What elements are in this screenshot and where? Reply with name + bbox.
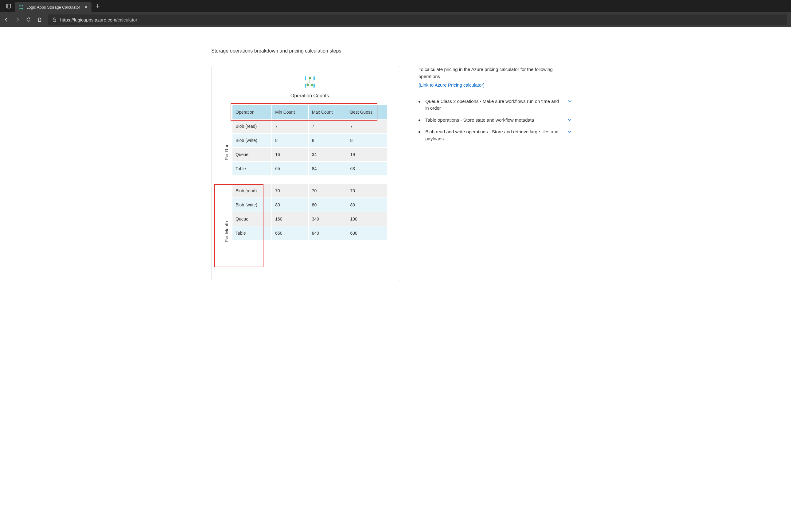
per-month-label: Per Month — [221, 192, 232, 271]
operation-counts-panel: Per Run Per Month — [211, 66, 400, 281]
browser-tab[interactable]: Logic Apps Storage Calculator — [15, 2, 92, 12]
svg-rect-5 — [309, 77, 311, 79]
url-host: https://logicapps.azure.com — [60, 17, 116, 22]
spacer — [232, 176, 387, 183]
url-bar[interactable]: https://logicapps.azure.com/calculator — [48, 15, 787, 25]
pricing-calculator-link[interactable]: (Link to Azure Pricing calculator) — [419, 82, 572, 89]
svg-rect-4 — [53, 19, 56, 22]
divider — [211, 36, 580, 36]
table-row: Blob (read)777 — [232, 119, 387, 133]
refresh-button[interactable] — [26, 17, 31, 22]
svg-rect-1 — [21, 5, 21, 6]
sidebar-item-text: Table operations - Store state and workf… — [425, 117, 563, 124]
chevron-down-icon[interactable] — [567, 98, 572, 103]
operation-counts-table: Operation Min Count Max Count Best Guess… — [232, 105, 387, 241]
table-row: Queue160340190 — [232, 212, 387, 226]
logic-apps-favicon-icon — [18, 5, 23, 10]
table-row: Blob (write)888 — [232, 134, 387, 147]
col-max: Max Count — [309, 106, 347, 119]
list-item: Queue Class 2 operations - Make sure wor… — [419, 96, 572, 114]
bullet-icon — [419, 131, 420, 133]
home-button[interactable] — [37, 17, 42, 22]
tab-close-icon[interactable] — [84, 5, 88, 9]
sidebar-intro: To calculate pricing in the Azure pricin… — [419, 66, 572, 80]
table-header-row: Operation Min Count Max Count Best Guess — [232, 106, 387, 119]
url-path: /calculator — [116, 17, 137, 22]
list-item: Blob read and write operations - Store a… — [419, 126, 572, 145]
address-bar-row: https://logicapps.azure.com/calculator — [0, 12, 791, 27]
info-sidebar: To calculate pricing in the Azure pricin… — [419, 66, 572, 145]
tab-actions-button[interactable] — [2, 0, 15, 12]
svg-rect-3 — [21, 8, 22, 9]
list-item: Table operations - Store state and workf… — [419, 114, 572, 126]
tab-strip: Logic Apps Storage Calculator — [0, 0, 791, 12]
col-best: Best Guess — [347, 106, 387, 119]
svg-rect-0 — [7, 4, 11, 8]
url-text: https://logicapps.azure.com/calculator — [60, 17, 137, 22]
sidebar-item-text: Queue Class 2 operations - Make sure wor… — [425, 98, 563, 112]
table-row: Blob (write)808080 — [232, 198, 387, 212]
table-row: Blob (read)707070 — [232, 184, 387, 197]
bullet-icon — [419, 101, 420, 102]
chevron-down-icon[interactable] — [567, 117, 572, 122]
browser-chrome: Logic Apps Storage Calculator https:// — [0, 0, 791, 27]
new-tab-button[interactable] — [92, 0, 104, 12]
svg-rect-2 — [20, 8, 21, 9]
table-row: Table650840630 — [232, 226, 387, 240]
col-min: Min Count — [272, 106, 308, 119]
site-info-lock-icon[interactable] — [52, 17, 57, 22]
bullet-icon — [419, 119, 420, 121]
page-viewport: Storage operations breakdown and pricing… — [0, 36, 791, 281]
forward-button[interactable] — [15, 17, 20, 22]
tab-title: Logic Apps Storage Calculator — [26, 5, 81, 10]
per-run-label: Per Run — [221, 112, 232, 192]
table-row: Table658463 — [232, 162, 387, 175]
col-operation: Operation — [232, 106, 271, 119]
back-button[interactable] — [4, 17, 9, 22]
logic-apps-icon — [303, 76, 316, 89]
table-row: Queue163419 — [232, 148, 387, 161]
breakdown-heading: Storage operations breakdown and pricing… — [211, 48, 580, 54]
sidebar-item-text: Blob read and write operations - Store a… — [425, 128, 563, 142]
panel-title: Operation Counts — [232, 93, 387, 99]
svg-rect-6 — [306, 84, 309, 86]
chevron-down-icon[interactable] — [567, 128, 572, 134]
svg-rect-7 — [311, 84, 313, 86]
